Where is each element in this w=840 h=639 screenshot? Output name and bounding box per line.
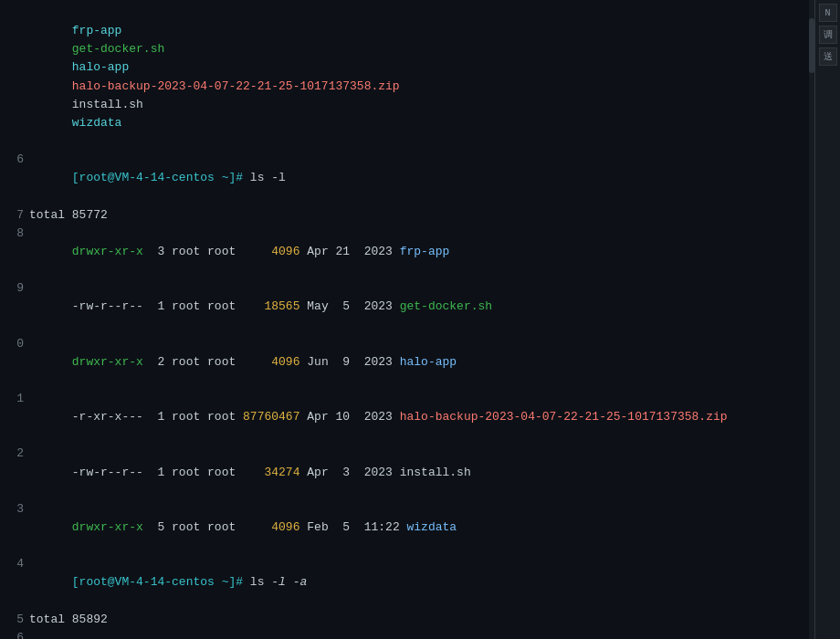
sidebar-btn-2[interactable]: 调 <box>819 26 837 44</box>
terminal[interactable]: frp-app get-docker.sh halo-app halo-back… <box>0 0 814 639</box>
scrollbar-thumb[interactable] <box>809 18 814 73</box>
sidebar-btn-1[interactable]: N <box>819 4 837 22</box>
ls-row-wizdata: 3 drwxr-xr-x 5 root root 4096 Feb 5 11:2… <box>7 500 807 555</box>
cmd-line-ls-l: 6 [root@VM-4-14-centos ~]# ls -l <box>7 151 807 205</box>
ls-row-frp-app: 8 drwxr-xr-x 3 root root 4096 Apr 21 202… <box>7 225 807 279</box>
ls-row-install: 2 -rw-r--r-- 1 root root 34274 Apr 3 202… <box>7 445 807 499</box>
scrollbar[interactable] <box>809 0 814 639</box>
ls-row-halo-backup: 1 -r-xr-x--- 1 root root 87760467 Apr 10… <box>7 390 807 445</box>
ls-row-dot: 6 dr-xr-x---. 13 root root 4096 Apr 1 10… <box>7 629 807 639</box>
sidebar: N 调 送 <box>814 0 840 639</box>
ls-row-halo-app: 0 drwxr-xr-x 2 root root 4096 Jun 9 2023… <box>7 335 807 390</box>
sidebar-btn-3[interactable]: 送 <box>819 47 837 66</box>
ls-row-get-docker: 9 -rw-r--r-- 1 root root 18565 May 5 202… <box>7 279 807 334</box>
total-line-1: 7 total 85772 <box>7 206 807 225</box>
cmd-line-ls-la: 4 [root@VM-4-14-centos ~]# ls -l -a <box>7 555 807 610</box>
scroll-top-line: frp-app get-docker.sh halo-app halo-back… <box>7 4 807 151</box>
total-line-2: 5 total 85892 <box>7 611 807 629</box>
